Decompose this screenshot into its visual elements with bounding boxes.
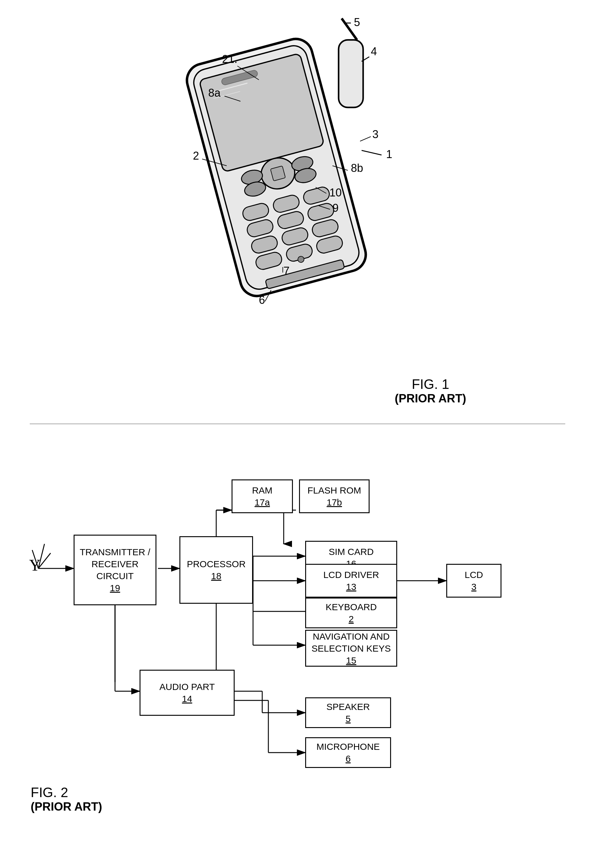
fig2-prior-art: (PRIOR ART) <box>31 800 102 813</box>
ram-block: RAM 17a <box>231 480 293 513</box>
flash-rom-label: FLASH ROM <box>307 484 361 496</box>
tx-line2: RECEIVER <box>91 558 138 570</box>
diagram-arrows <box>29 449 566 817</box>
sim-label: SIM CARD <box>329 546 374 558</box>
lcd-driver-ref: 13 <box>346 581 356 593</box>
block-diagram: Y RAM 17a FLASH ROM 17b TRANSMITTER / RE… <box>29 449 566 817</box>
svg-text:21.: 21. <box>222 53 237 65</box>
ram-ref: 17a <box>255 496 270 508</box>
keyboard-block: KEYBOARD 2 <box>305 598 397 628</box>
flash-rom-ref: 17b <box>327 496 342 508</box>
svg-line-40 <box>362 151 381 155</box>
speaker-ref: 5 <box>346 713 351 725</box>
tx-line3: CIRCUIT <box>96 570 134 582</box>
transmitter-block: TRANSMITTER / RECEIVER CIRCUIT 19 <box>74 535 156 605</box>
audio-ref: 14 <box>182 693 192 705</box>
audio-label: AUDIO PART <box>159 681 215 693</box>
microphone-block: MICROPHONE 6 <box>305 737 391 768</box>
nav-line1: NAVIGATION AND <box>313 630 390 642</box>
processor-block: PROCESSOR 18 <box>180 536 253 604</box>
svg-text:1: 1 <box>386 148 392 161</box>
fig2-label: FIG. 2 <box>31 785 102 800</box>
svg-text:2: 2 <box>193 149 199 162</box>
keyboard-ref: 2 <box>349 613 354 625</box>
keyboard-label: KEYBOARD <box>326 601 377 613</box>
svg-rect-9 <box>271 166 286 181</box>
fig1-area: 5 4 21. 8a 2 3 1 8b 10 9 7 6 <box>0 0 595 424</box>
nav-ref: 15 <box>346 654 356 666</box>
svg-text:9: 9 <box>333 202 339 214</box>
svg-rect-1 <box>339 40 363 108</box>
lcd-label: LCD <box>465 569 483 581</box>
tx-line1: TRANSMITTER / <box>80 546 150 558</box>
speaker-label: SPEAKER <box>326 701 370 713</box>
lcd-ref: 3 <box>471 581 477 593</box>
proc-ref: 18 <box>211 570 221 582</box>
svg-line-39 <box>360 137 371 141</box>
lcd-block: LCD 3 <box>446 564 501 598</box>
svg-text:8b: 8b <box>351 162 363 174</box>
fig1-prior-art: (PRIOR ART) <box>395 392 466 405</box>
svg-text:8a: 8a <box>208 87 221 99</box>
tx-ref: 19 <box>110 582 120 594</box>
phone-illustration: 5 4 21. 8a 2 3 1 8b 10 9 7 6 <box>149 9 424 378</box>
lcd-driver-block: LCD DRIVER 13 <box>305 564 397 598</box>
svg-text:5: 5 <box>354 16 360 28</box>
proc-label: PROCESSOR <box>187 558 246 570</box>
nav-line2: SELECTION KEYS <box>312 642 391 654</box>
flash-rom-block: FLASH ROM 17b <box>299 480 370 513</box>
fig2-caption: FIG. 2 (PRIOR ART) <box>31 785 102 813</box>
fig1-caption: FIG. 1 (PRIOR ART) <box>395 376 466 405</box>
svg-text:3: 3 <box>372 128 379 140</box>
antenna-symbol: Y <box>29 556 41 574</box>
svg-text:6: 6 <box>259 294 265 306</box>
fig2-area: Y RAM 17a FLASH ROM 17b TRANSMITTER / RE… <box>0 424 595 868</box>
mic-ref: 6 <box>346 753 351 765</box>
svg-text:10: 10 <box>329 186 342 199</box>
nav-keys-block: NAVIGATION AND SELECTION KEYS 15 <box>305 630 397 667</box>
ram-label: RAM <box>252 484 272 496</box>
svg-text:7: 7 <box>283 264 290 277</box>
fig1-label: FIG. 1 <box>395 376 466 392</box>
mic-label: MICROPHONE <box>317 741 380 753</box>
speaker-block: SPEAKER 5 <box>305 697 391 728</box>
svg-text:4: 4 <box>371 45 377 58</box>
audio-part-block: AUDIO PART 14 <box>140 670 235 716</box>
lcd-driver-label: LCD DRIVER <box>323 569 379 581</box>
